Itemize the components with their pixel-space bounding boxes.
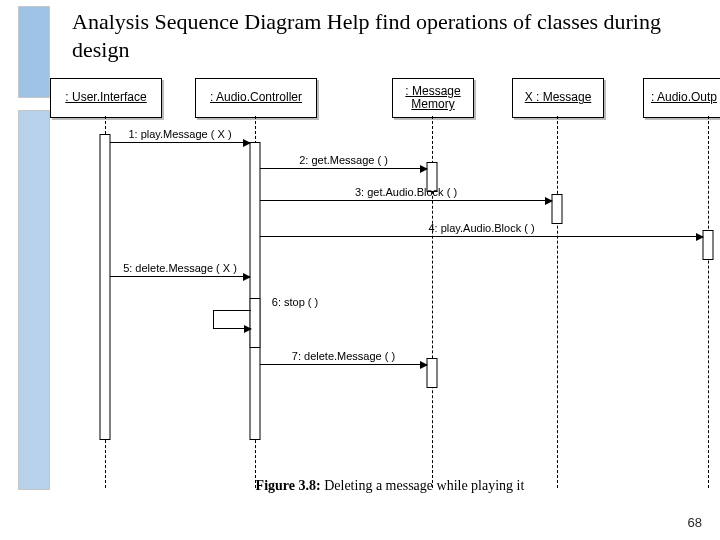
message-7 [260, 364, 427, 365]
message-5 [110, 276, 250, 277]
activation-mm-6 [427, 358, 438, 388]
figure-caption-text: Deleting a message while playing it [321, 478, 525, 493]
message-label-5: 5: delete.Message ( X ) [123, 262, 237, 274]
message-4 [260, 236, 703, 237]
participant-mm: : MessageMemory [392, 78, 474, 118]
figure-caption: Figure 3.8: Deleting a message while pla… [60, 478, 720, 494]
message-1 [110, 142, 250, 143]
message-label-6: 6: stop ( ) [272, 296, 318, 308]
sequence-diagram: Figure 3.8: Deleting a message while pla… [60, 78, 720, 498]
figure-caption-prefix: Figure 3.8: [256, 478, 321, 493]
lifeline-xmsg [557, 116, 558, 488]
participant-ui: : User.Interface [50, 78, 162, 118]
lifeline-aout [708, 116, 709, 488]
message-label-4: 4: play.Audio.Block ( ) [428, 222, 534, 234]
message-label-7: 7: delete.Message ( ) [292, 350, 395, 362]
message-label-2: 2: get.Message ( ) [299, 154, 388, 166]
message-3 [260, 200, 552, 201]
participant-aout: : Audio.Outp [643, 78, 720, 118]
message-2 [260, 168, 427, 169]
activation-ui-0 [100, 134, 111, 440]
message-6-out [213, 310, 251, 311]
participant-ac: : Audio.Controller [195, 78, 317, 118]
activation-ac-1 [250, 142, 261, 440]
slide-title: Analysis Sequence Diagram Help find oper… [72, 8, 682, 63]
activation-xmsg-3 [552, 194, 563, 224]
slide-accent-bar-bottom [18, 110, 50, 490]
message-label-1: 1: play.Message ( X ) [128, 128, 231, 140]
message-label-3: 3: get.Audio.Block ( ) [355, 186, 457, 198]
participant-xmsg: X : Message [512, 78, 604, 118]
activation-aout-4 [703, 230, 714, 260]
message-6-down [213, 310, 214, 328]
slide-accent-bar-top [18, 6, 50, 98]
message-6-back [213, 328, 251, 329]
activation-ac-5 [250, 298, 261, 348]
page-number: 68 [688, 515, 702, 530]
